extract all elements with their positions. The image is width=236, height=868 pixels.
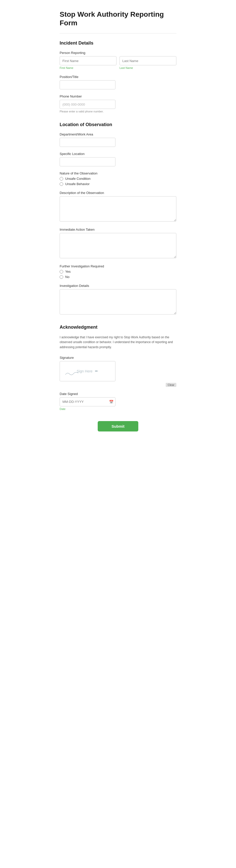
first-name-sublabel: First Name	[60, 66, 73, 69]
specific-location-input[interactable]	[60, 157, 115, 166]
incident-section-title: Incident Details	[60, 40, 176, 46]
investigation-yes-label: Yes	[65, 270, 71, 274]
investigation-radio-group: Yes No	[60, 270, 176, 279]
date-signed-input[interactable]	[60, 397, 115, 406]
name-row: First Name Last Name	[60, 56, 176, 70]
specific-location-label: Specific Location	[60, 152, 176, 156]
investigation-yes-radio[interactable]	[60, 270, 63, 274]
unsafe-behavior-option[interactable]: Unsafe Behavior	[60, 182, 176, 186]
action-textarea[interactable]	[60, 233, 176, 258]
date-signed-group: Date Signed 📅 Date	[60, 392, 176, 411]
date-signed-label: Date Signed	[60, 392, 176, 396]
investigation-required-group: Further Investigation Required Yes No	[60, 265, 176, 279]
description-label: Description of the Observation	[60, 191, 176, 195]
investigation-details-textarea[interactable]	[60, 289, 176, 314]
department-input[interactable]	[60, 138, 115, 147]
position-label: Position/Title	[60, 75, 176, 79]
signature-label: Signature	[60, 356, 176, 360]
investigation-details-group: Investigation Details	[60, 284, 176, 315]
position-input[interactable]	[60, 80, 115, 89]
nature-group: Nature of the Observation Unsafe Conditi…	[60, 172, 176, 186]
page-title: Stop Work Authority Reporting Form	[60, 10, 176, 27]
description-group: Description of the Observation	[60, 191, 176, 223]
acknowledgment-text: I acknowledge that I have exercised my r…	[60, 335, 176, 350]
location-section-title: Location of Observation	[60, 122, 176, 127]
last-name-input[interactable]	[120, 56, 176, 65]
nature-radio-group: Unsafe Condition Unsafe Behavior	[60, 177, 176, 186]
phone-note: Please enter a valid phone number.	[60, 110, 176, 113]
acknowledgment-title: Acknowledgment	[60, 324, 176, 330]
submit-button[interactable]: Submit	[98, 421, 138, 431]
clear-signature-button[interactable]: Clear	[166, 383, 176, 387]
investigation-no-option[interactable]: No	[60, 275, 176, 279]
unsafe-behavior-label: Unsafe Behavior	[65, 182, 89, 186]
last-name-sublabel: Last Name	[120, 66, 133, 69]
investigation-details-label: Investigation Details	[60, 284, 176, 288]
first-name-input[interactable]	[60, 56, 116, 65]
person-reporting-label: Person Reporting	[60, 51, 176, 55]
unsafe-condition-option[interactable]: Unsafe Condition	[60, 177, 176, 181]
pen-icon: ✒	[95, 368, 99, 374]
person-reporting-group: Person Reporting First Name Last Name	[60, 51, 176, 70]
department-group: Department/Work Area	[60, 132, 176, 147]
first-name-col: First Name	[60, 56, 116, 70]
action-group: Immediate Action Taken	[60, 228, 176, 259]
acknowledgment-section: Acknowledgment I acknowledge that I have…	[60, 324, 176, 411]
specific-location-group: Specific Location	[60, 152, 176, 166]
signature-group: Signature Sign Here ✒ Clear	[60, 356, 176, 387]
nature-label: Nature of the Observation	[60, 172, 176, 175]
department-label: Department/Work Area	[60, 132, 176, 136]
investigation-no-label: No	[65, 275, 70, 279]
date-sublabel: Date	[60, 407, 65, 410]
phone-group: Phone Number Please enter a valid phone …	[60, 94, 176, 113]
signature-box[interactable]: Sign Here ✒	[60, 361, 115, 381]
date-input-wrapper: 📅	[60, 397, 115, 406]
investigation-required-label: Further Investigation Required	[60, 265, 176, 268]
section-divider	[60, 33, 176, 33]
signature-scribble-decoration	[65, 371, 80, 376]
unsafe-condition-radio[interactable]	[60, 177, 63, 181]
submit-area: Submit	[60, 421, 176, 431]
unsafe-condition-label: Unsafe Condition	[65, 177, 90, 181]
phone-input[interactable]	[60, 100, 115, 109]
position-group: Position/Title	[60, 75, 176, 89]
incident-details-section: Incident Details Person Reporting First …	[60, 40, 176, 113]
location-section: Location of Observation Department/Work …	[60, 122, 176, 315]
description-textarea[interactable]	[60, 196, 176, 222]
last-name-col: Last Name	[120, 56, 176, 70]
phone-label: Phone Number	[60, 94, 176, 98]
investigation-no-radio[interactable]	[60, 275, 63, 279]
clear-btn-wrapper: Clear	[121, 382, 176, 387]
action-label: Immediate Action Taken	[60, 228, 176, 231]
investigation-yes-option[interactable]: Yes	[60, 270, 176, 274]
unsafe-behavior-radio[interactable]	[60, 182, 63, 186]
